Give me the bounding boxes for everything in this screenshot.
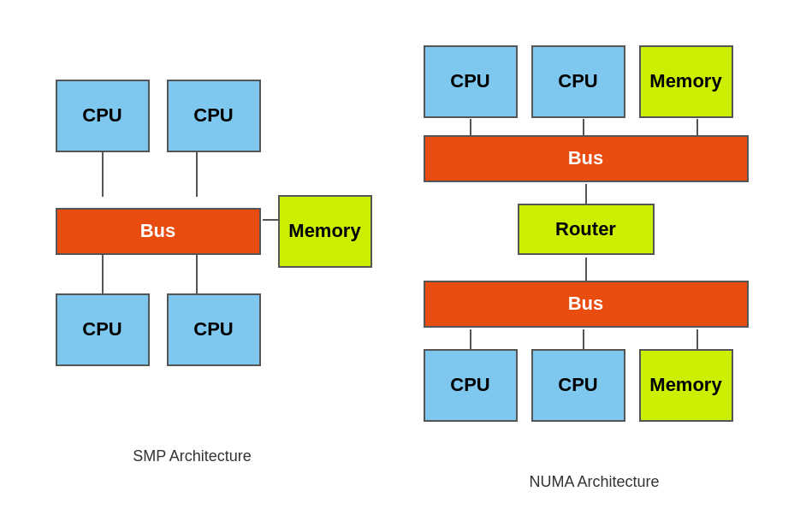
numa-memory-bottom: Memory xyxy=(639,349,733,422)
numa-bus-top: Bus xyxy=(424,135,749,182)
smp-cpu-top-right: CPU xyxy=(167,80,261,152)
smp-architecture: CPU CPU Bus Memory CPU xyxy=(39,62,347,465)
smp-bus: Bus xyxy=(56,208,261,255)
numa-bus-bottom: Bus xyxy=(424,281,749,328)
numa-memory-top: Memory xyxy=(639,45,733,118)
smp-cpu-bottom-left: CPU xyxy=(56,293,150,366)
main-container: CPU CPU Bus Memory CPU xyxy=(0,0,812,527)
smp-top-cpus: CPU CPU xyxy=(56,80,261,152)
numa-label: NUMA Architecture xyxy=(529,473,659,491)
smp-memory: Memory xyxy=(278,195,372,268)
smp-label: SMP Architecture xyxy=(133,447,252,465)
numa-cpu-bottom-left: CPU xyxy=(424,349,518,422)
numa-diagram: CPU CPU Memory Bus Router xyxy=(415,37,774,456)
numa-router: Router xyxy=(518,204,655,255)
numa-architecture: CPU CPU Memory Bus Router xyxy=(415,37,774,491)
smp-bottom-cpus: CPU CPU xyxy=(56,293,261,366)
numa-cpu-top-left: CPU xyxy=(424,45,518,118)
smp-diagram: CPU CPU Bus Memory CPU xyxy=(39,62,347,430)
numa-top-row: CPU CPU Memory xyxy=(424,45,733,118)
numa-bottom-row: CPU CPU Memory xyxy=(424,349,733,422)
smp-cpu-bottom-right: CPU xyxy=(167,293,261,366)
smp-cpu-top-left: CPU xyxy=(56,80,150,152)
numa-cpu-top-right: CPU xyxy=(531,45,625,118)
numa-router-row: Router xyxy=(424,204,749,255)
numa-bus2: Bus xyxy=(424,281,749,328)
smp-bus-row: Bus Memory xyxy=(56,195,372,268)
numa-cpu-bottom-right: CPU xyxy=(531,349,625,422)
numa-bus1: Bus xyxy=(424,135,749,182)
